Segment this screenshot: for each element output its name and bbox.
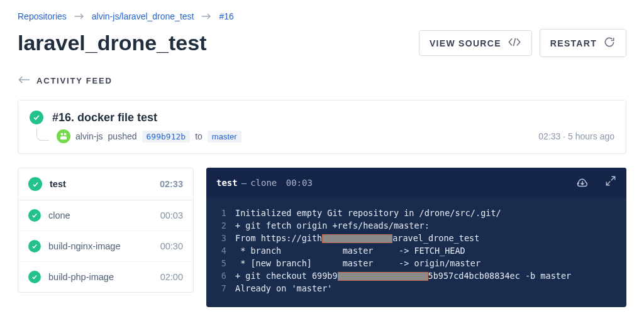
svg-rect-1 [64,133,67,136]
check-circle-icon [28,209,41,222]
stage-list: test 02:33 clone00:03build-nginx-image00… [18,168,194,293]
build-author: alvin-js [75,131,103,141]
stage-name: test [50,179,160,189]
step-name: build-php-image [48,272,160,282]
console-step-name: clone [250,178,277,188]
connector-line [36,128,49,141]
step-time: 02:00 [160,272,183,282]
chevron-right-icon [74,13,84,20]
build-action: pushed [108,131,137,141]
build-to: to [195,131,203,141]
step-time: 00:03 [160,210,183,220]
stage-time: 02:33 [160,179,183,189]
commit-sha-link[interactable]: 699b912b [142,131,191,143]
breadcrumb-build: #16 [219,11,233,21]
svg-rect-0 [61,133,64,136]
code-icon [508,37,521,49]
step-row[interactable]: build-nginx-image00:30 [18,231,193,261]
step-name: clone [48,210,160,220]
view-source-button[interactable]: VIEW SOURCE [419,30,532,56]
log-line: 3From https://githaravel_drone_test [213,232,620,244]
avatar [57,129,70,143]
log-line: 1Initialized empty Git repository in /dr… [213,207,620,219]
console-step-time: 00:03 [280,178,313,188]
download-icon[interactable] [576,175,589,190]
breadcrumb-repositories[interactable]: Repositories [18,11,67,21]
build-title: #16. docker file test [52,111,157,124]
activity-feed-link[interactable]: ACTIVITY FEED [18,76,113,85]
button-label: VIEW SOURCE [430,38,501,48]
build-age: 5 hours ago [568,131,614,141]
meta-separator: · [560,131,568,141]
chevron-right-icon [201,13,211,20]
activity-feed-label: ACTIVITY FEED [36,76,113,85]
check-circle-icon [28,240,41,252]
redacted-block [338,272,428,281]
page-title: laravel_drone_test [18,31,411,55]
console-stage-name: test [216,178,238,188]
log-line: 6+ git checkout 699b95b957cd4bcb08834ec … [213,269,620,282]
ref-link[interactable]: master [208,131,242,143]
check-circle-icon [28,177,42,191]
check-circle-icon [28,271,41,283]
button-label: RESTART [550,38,597,48]
stage-header[interactable]: test 02:33 [18,168,193,200]
redacted-block [322,234,392,243]
log-line: 2+ git fetch origin +refs/heads/master: [213,219,620,232]
build-duration: 02:33 [538,131,560,141]
check-circle-icon [30,111,43,124]
breadcrumb: Repositories alvin-js/laravel_drone_test… [18,11,626,21]
log-line: 5 * [new branch] master -> origin/master [213,257,620,269]
build-summary-card: #16. docker file test alvin-js pushed 69… [18,100,626,154]
restart-button[interactable]: RESTART [540,29,626,57]
log-console: test — clone 00:03 1Initialized empty Gi… [206,168,626,307]
log-line: 7Already on 'master' [213,282,620,295]
step-row[interactable]: clone00:03 [18,200,193,231]
breadcrumb-repo[interactable]: alvin-js/laravel_drone_test [92,11,194,21]
console-separator: — [242,178,247,188]
log-line: 4 * branch master -> FETCH_HEAD [213,244,620,257]
step-time: 00:30 [160,241,183,251]
step-row[interactable]: build-php-image02:00 [18,261,193,292]
log-body[interactable]: 1Initialized empty Git repository in /dr… [206,198,626,307]
svg-rect-2 [60,136,67,139]
expand-icon[interactable] [605,175,616,190]
arrow-left-icon [18,76,30,85]
step-name: build-nginx-image [48,241,160,251]
refresh-icon [603,36,616,50]
